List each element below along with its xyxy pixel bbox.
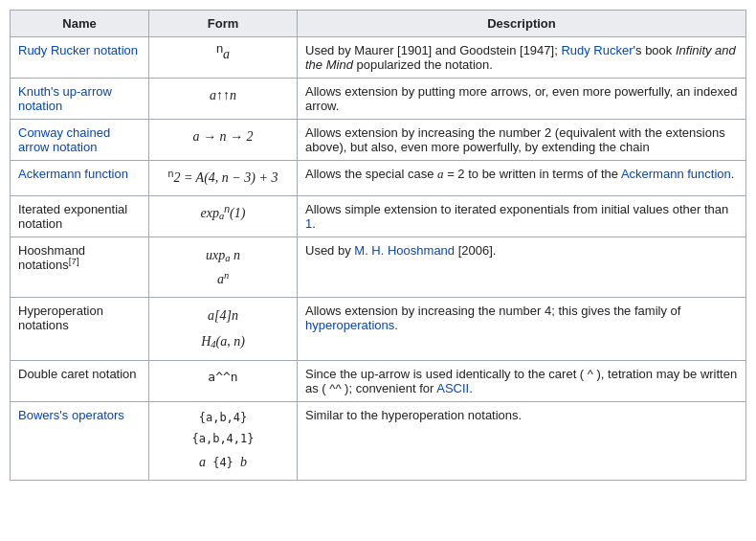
col-header-name: Name bbox=[11, 11, 149, 37]
desc-cell: Allows the special case a = 2 to be writ… bbox=[298, 161, 746, 196]
name-cell: Ackermann function bbox=[11, 161, 149, 196]
desc-cell: Used by Maurer [1901] and Goodstein [194… bbox=[298, 37, 746, 79]
name-link[interactable]: Ackermann function bbox=[18, 167, 128, 181]
desc-cell: Allows extension by increasing the numbe… bbox=[298, 120, 746, 161]
form-cell: {a,b,4} {a,b,4,1} a {4} b bbox=[149, 402, 298, 480]
name-cell: Double caret notation bbox=[11, 361, 149, 402]
notation-table: Name Form Description Rudy Rucker notati… bbox=[10, 10, 746, 481]
table-row: Double caret notation a^^n Since the up-… bbox=[11, 361, 746, 402]
footnote: [7] bbox=[69, 256, 79, 266]
table-row: Hyperoperation notations a[4]n H4(a, n) … bbox=[11, 298, 746, 361]
rudy-rucker-link[interactable]: Rudy Rucker bbox=[561, 43, 633, 57]
form-cell: a^^n bbox=[149, 361, 298, 402]
name-link[interactable]: Knuth's up-arrow notation bbox=[18, 84, 112, 113]
desc-cell: Allows extension by putting more arrows,… bbox=[298, 79, 746, 120]
desc-cell: Used by M. H. Hooshmand [2006]. bbox=[298, 237, 746, 297]
hooshmand-link[interactable]: M. H. Hooshmand bbox=[354, 243, 455, 258]
one-link[interactable]: 1 bbox=[305, 216, 312, 231]
desc-cell: Since the up-arrow is used identically t… bbox=[298, 361, 746, 402]
table-row: Conway chained arrow notation a → n → 2 … bbox=[11, 120, 746, 161]
name-link[interactable]: Bowers's operators bbox=[18, 408, 124, 422]
name-text: Hyperoperation notations bbox=[18, 304, 103, 332]
name-text: Iterated exponential notation bbox=[18, 202, 127, 231]
col-header-form: Form bbox=[149, 11, 298, 37]
name-cell: Hyperoperation notations bbox=[11, 298, 149, 361]
form-cell: n2 = A(4, n − 3) + 3 bbox=[149, 161, 298, 196]
table-row: Iterated exponential notation expan(1) A… bbox=[11, 195, 746, 237]
form-cell: a → n → 2 bbox=[149, 120, 298, 161]
table-row: Knuth's up-arrow notation a↑↑n Allows ex… bbox=[11, 79, 746, 120]
table-row: Bowers's operators {a,b,4} {a,b,4,1} a {… bbox=[11, 402, 746, 480]
form-cell: expan(1) bbox=[149, 195, 298, 237]
table-row: Ackermann function n2 = A(4, n − 3) + 3 … bbox=[11, 161, 746, 196]
col-header-desc: Description bbox=[298, 11, 746, 37]
hyperoperation-link[interactable]: hyperoperations bbox=[305, 318, 394, 332]
name-cell: Rudy Rucker notation bbox=[11, 37, 149, 79]
desc-cell: Allows extension by increasing the numbe… bbox=[298, 298, 746, 361]
name-link[interactable]: Conway chained arrow notation bbox=[18, 125, 110, 154]
desc-cell: Allows simple extension to iterated expo… bbox=[298, 195, 746, 237]
desc-cell: Similar to the hyperoperation notations. bbox=[298, 402, 746, 480]
form-cell: a[4]n H4(a, n) bbox=[149, 298, 298, 361]
name-cell: Conway chained arrow notation bbox=[11, 120, 149, 161]
table-row: Rudy Rucker notation na Used by Maurer [… bbox=[11, 37, 746, 79]
name-cell: Iterated exponential notation bbox=[11, 195, 149, 237]
ascii-link[interactable]: ASCII bbox=[436, 381, 469, 395]
form-cell: na bbox=[149, 37, 298, 79]
name-cell: Hooshmand notations[7] bbox=[11, 237, 149, 297]
name-link[interactable]: Rudy Rucker notation bbox=[18, 43, 138, 57]
form-cell: a↑↑n bbox=[149, 79, 298, 120]
name-cell: Knuth's up-arrow notation bbox=[11, 79, 149, 120]
form-cell: uxpa n an bbox=[149, 237, 298, 297]
table-row: Hooshmand notations[7] uxpa n an Used by… bbox=[11, 237, 746, 297]
name-text: Double caret notation bbox=[18, 367, 137, 381]
name-cell: Bowers's operators bbox=[11, 402, 149, 480]
ackermann-link[interactable]: Ackermann function bbox=[621, 167, 731, 181]
